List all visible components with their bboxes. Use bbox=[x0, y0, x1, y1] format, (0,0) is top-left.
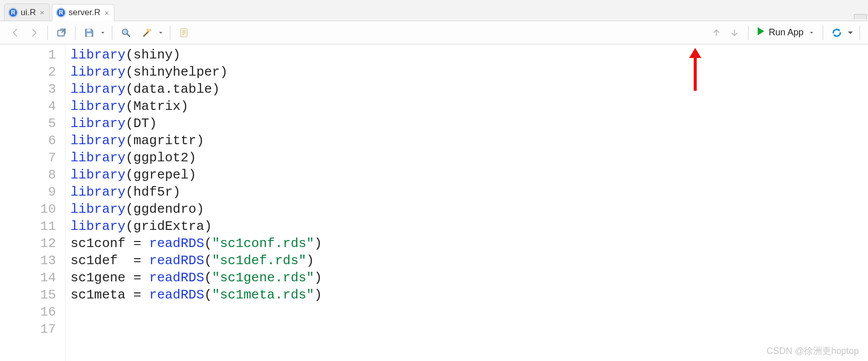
line-number-gutter: 1234567891011121314151617 bbox=[0, 44, 65, 361]
close-icon[interactable]: × bbox=[104, 9, 109, 17]
separator bbox=[47, 26, 48, 40]
code-area[interactable]: library(shiny)library(shinyhelper)librar… bbox=[65, 44, 322, 361]
save-button[interactable] bbox=[82, 25, 97, 40]
line-number: 6 bbox=[0, 132, 56, 149]
tabs-bar: R ui.R × R server.R × bbox=[0, 0, 868, 21]
separator bbox=[748, 26, 749, 40]
editor-toolbar: Run App bbox=[0, 21, 868, 44]
code-line[interactable]: library(hdf5r) bbox=[71, 184, 322, 201]
code-line[interactable]: library(ggplot2) bbox=[71, 149, 322, 166]
separator bbox=[170, 26, 170, 40]
code-line[interactable]: library(gridExtra) bbox=[71, 218, 322, 235]
reload-app-button[interactable] bbox=[829, 25, 844, 40]
code-line[interactable]: library(shiny) bbox=[71, 46, 322, 64]
code-line[interactable] bbox=[71, 321, 322, 338]
code-line[interactable]: library(magrittr) bbox=[71, 132, 322, 149]
code-line[interactable]: sc1def = readRDS("sc1def.rds") bbox=[71, 252, 322, 269]
line-number: 10 bbox=[0, 201, 56, 218]
tab-ui-r[interactable]: R ui.R × bbox=[4, 4, 50, 21]
line-number: 17 bbox=[0, 321, 56, 338]
move-chunk-up-button[interactable] bbox=[709, 25, 724, 40]
line-number: 9 bbox=[0, 184, 56, 201]
find-replace-button[interactable] bbox=[118, 25, 133, 40]
code-line[interactable]: library(ggdendro) bbox=[71, 201, 322, 218]
show-in-new-window-button[interactable] bbox=[54, 25, 69, 40]
compile-report-button[interactable] bbox=[176, 25, 191, 40]
run-app-label: Run App bbox=[769, 27, 804, 38]
code-editor[interactable]: 1234567891011121314151617 library(shiny)… bbox=[0, 44, 868, 361]
nav-back-button[interactable] bbox=[8, 25, 23, 40]
line-number: 13 bbox=[0, 252, 56, 269]
svg-rect-2 bbox=[87, 33, 91, 36]
line-number: 4 bbox=[0, 98, 56, 115]
code-tools-dropdown[interactable] bbox=[158, 25, 164, 40]
run-app-dropdown[interactable] bbox=[809, 25, 815, 40]
code-tools-button[interactable] bbox=[140, 25, 155, 40]
play-icon bbox=[757, 27, 765, 38]
tab-label: server.R bbox=[69, 8, 100, 18]
line-number: 8 bbox=[0, 166, 56, 184]
code-line[interactable]: library(Matrix) bbox=[71, 98, 322, 115]
code-line[interactable] bbox=[71, 304, 322, 321]
separator bbox=[75, 26, 76, 40]
line-number: 1 bbox=[0, 46, 56, 64]
r-file-icon: R bbox=[56, 8, 65, 17]
nav-forward-button[interactable] bbox=[26, 25, 41, 40]
code-line[interactable]: sc1meta = readRDS("sc1meta.rds") bbox=[71, 286, 322, 304]
line-number: 11 bbox=[0, 218, 56, 235]
line-number: 15 bbox=[0, 286, 56, 304]
svg-rect-1 bbox=[87, 29, 90, 31]
line-number: 5 bbox=[0, 115, 56, 132]
separator bbox=[823, 26, 823, 40]
r-file-icon: R bbox=[9, 8, 18, 17]
close-icon[interactable]: × bbox=[40, 9, 44, 16]
tab-label: ui.R bbox=[21, 8, 36, 18]
code-line[interactable]: library(shinyhelper) bbox=[71, 64, 322, 81]
line-number: 7 bbox=[0, 149, 56, 166]
line-number: 12 bbox=[0, 235, 56, 252]
line-number: 2 bbox=[0, 64, 56, 81]
line-number: 16 bbox=[0, 304, 56, 321]
reload-app-dropdown[interactable] bbox=[847, 25, 853, 40]
code-line[interactable]: sc1gene = readRDS("sc1gene.rds") bbox=[71, 269, 322, 286]
save-dropdown[interactable] bbox=[100, 25, 106, 40]
line-number: 3 bbox=[0, 81, 56, 98]
code-line[interactable]: library(data.table) bbox=[71, 81, 322, 98]
separator bbox=[859, 26, 860, 40]
code-line[interactable]: library(ggrepel) bbox=[71, 166, 322, 184]
line-number: 14 bbox=[0, 269, 56, 286]
watermark-text: CSDN @徐洲更hoptop bbox=[767, 345, 859, 357]
code-line[interactable]: library(DT) bbox=[71, 115, 322, 132]
separator bbox=[112, 26, 112, 40]
move-chunk-down-button[interactable] bbox=[727, 25, 742, 40]
code-line[interactable]: sc1conf = readRDS("sc1conf.rds") bbox=[71, 235, 322, 252]
panel-minimize-handle[interactable] bbox=[854, 14, 867, 19]
run-app-button[interactable]: Run App bbox=[752, 25, 820, 41]
tab-server-r[interactable]: R server.R × bbox=[52, 4, 114, 21]
svg-rect-4 bbox=[181, 28, 187, 37]
